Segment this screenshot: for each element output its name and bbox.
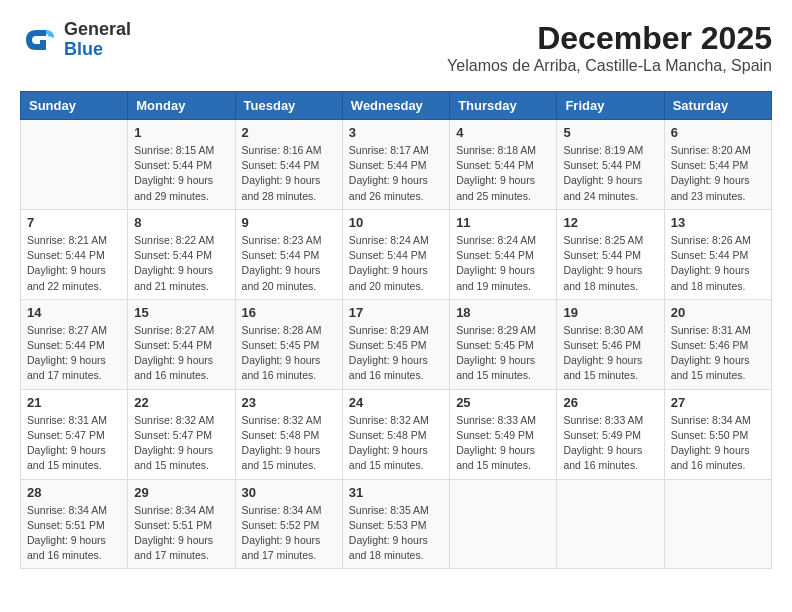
day-info: Sunrise: 8:19 AMSunset: 5:44 PMDaylight:…	[563, 143, 657, 204]
svg-rect-0	[20, 22, 56, 58]
weekday-header-monday: Monday	[128, 92, 235, 120]
calendar-cell: 10Sunrise: 8:24 AMSunset: 5:44 PMDayligh…	[342, 209, 449, 299]
day-number: 11	[456, 215, 550, 230]
calendar-cell	[21, 120, 128, 210]
day-info: Sunrise: 8:29 AMSunset: 5:45 PMDaylight:…	[349, 323, 443, 384]
week-row-2: 7Sunrise: 8:21 AMSunset: 5:44 PMDaylight…	[21, 209, 772, 299]
day-info: Sunrise: 8:32 AMSunset: 5:48 PMDaylight:…	[242, 413, 336, 474]
calendar-cell: 24Sunrise: 8:32 AMSunset: 5:48 PMDayligh…	[342, 389, 449, 479]
week-row-1: 1Sunrise: 8:15 AMSunset: 5:44 PMDaylight…	[21, 120, 772, 210]
day-number: 15	[134, 305, 228, 320]
calendar-cell: 7Sunrise: 8:21 AMSunset: 5:44 PMDaylight…	[21, 209, 128, 299]
logo: General Blue	[20, 20, 131, 60]
calendar-cell: 1Sunrise: 8:15 AMSunset: 5:44 PMDaylight…	[128, 120, 235, 210]
day-number: 21	[27, 395, 121, 410]
day-number: 1	[134, 125, 228, 140]
day-number: 2	[242, 125, 336, 140]
day-number: 29	[134, 485, 228, 500]
day-number: 6	[671, 125, 765, 140]
day-number: 8	[134, 215, 228, 230]
calendar-cell: 27Sunrise: 8:34 AMSunset: 5:50 PMDayligh…	[664, 389, 771, 479]
calendar-cell: 4Sunrise: 8:18 AMSunset: 5:44 PMDaylight…	[450, 120, 557, 210]
month-title: December 2025	[447, 20, 772, 57]
day-number: 20	[671, 305, 765, 320]
calendar-cell: 20Sunrise: 8:31 AMSunset: 5:46 PMDayligh…	[664, 299, 771, 389]
day-number: 28	[27, 485, 121, 500]
calendar-cell: 26Sunrise: 8:33 AMSunset: 5:49 PMDayligh…	[557, 389, 664, 479]
calendar-cell: 28Sunrise: 8:34 AMSunset: 5:51 PMDayligh…	[21, 479, 128, 569]
weekday-header-saturday: Saturday	[664, 92, 771, 120]
calendar-cell	[557, 479, 664, 569]
location-title: Yelamos de Arriba, Castille-La Mancha, S…	[447, 57, 772, 75]
week-row-3: 14Sunrise: 8:27 AMSunset: 5:44 PMDayligh…	[21, 299, 772, 389]
calendar-cell: 15Sunrise: 8:27 AMSunset: 5:44 PMDayligh…	[128, 299, 235, 389]
week-row-5: 28Sunrise: 8:34 AMSunset: 5:51 PMDayligh…	[21, 479, 772, 569]
day-number: 30	[242, 485, 336, 500]
calendar-table: SundayMondayTuesdayWednesdayThursdayFrid…	[20, 91, 772, 569]
day-info: Sunrise: 8:32 AMSunset: 5:47 PMDaylight:…	[134, 413, 228, 474]
day-info: Sunrise: 8:34 AMSunset: 5:52 PMDaylight:…	[242, 503, 336, 564]
day-info: Sunrise: 8:34 AMSunset: 5:51 PMDaylight:…	[134, 503, 228, 564]
day-info: Sunrise: 8:21 AMSunset: 5:44 PMDaylight:…	[27, 233, 121, 294]
day-number: 18	[456, 305, 550, 320]
logo-blue: Blue	[64, 40, 131, 60]
day-info: Sunrise: 8:30 AMSunset: 5:46 PMDaylight:…	[563, 323, 657, 384]
calendar-cell: 16Sunrise: 8:28 AMSunset: 5:45 PMDayligh…	[235, 299, 342, 389]
calendar-cell: 3Sunrise: 8:17 AMSunset: 5:44 PMDaylight…	[342, 120, 449, 210]
day-info: Sunrise: 8:34 AMSunset: 5:51 PMDaylight:…	[27, 503, 121, 564]
calendar-cell: 21Sunrise: 8:31 AMSunset: 5:47 PMDayligh…	[21, 389, 128, 479]
general-blue-icon	[20, 22, 56, 58]
day-info: Sunrise: 8:16 AMSunset: 5:44 PMDaylight:…	[242, 143, 336, 204]
title-section: December 2025 Yelamos de Arriba, Castill…	[447, 20, 772, 75]
day-number: 10	[349, 215, 443, 230]
day-number: 25	[456, 395, 550, 410]
day-info: Sunrise: 8:20 AMSunset: 5:44 PMDaylight:…	[671, 143, 765, 204]
weekday-header-sunday: Sunday	[21, 92, 128, 120]
calendar-cell: 2Sunrise: 8:16 AMSunset: 5:44 PMDaylight…	[235, 120, 342, 210]
day-info: Sunrise: 8:29 AMSunset: 5:45 PMDaylight:…	[456, 323, 550, 384]
calendar-cell: 29Sunrise: 8:34 AMSunset: 5:51 PMDayligh…	[128, 479, 235, 569]
calendar-cell: 22Sunrise: 8:32 AMSunset: 5:47 PMDayligh…	[128, 389, 235, 479]
logo-text: General Blue	[64, 20, 131, 60]
day-info: Sunrise: 8:22 AMSunset: 5:44 PMDaylight:…	[134, 233, 228, 294]
calendar-cell: 5Sunrise: 8:19 AMSunset: 5:44 PMDaylight…	[557, 120, 664, 210]
calendar-cell: 25Sunrise: 8:33 AMSunset: 5:49 PMDayligh…	[450, 389, 557, 479]
calendar-cell: 13Sunrise: 8:26 AMSunset: 5:44 PMDayligh…	[664, 209, 771, 299]
calendar-cell: 8Sunrise: 8:22 AMSunset: 5:44 PMDaylight…	[128, 209, 235, 299]
day-info: Sunrise: 8:17 AMSunset: 5:44 PMDaylight:…	[349, 143, 443, 204]
day-number: 19	[563, 305, 657, 320]
calendar-cell: 18Sunrise: 8:29 AMSunset: 5:45 PMDayligh…	[450, 299, 557, 389]
day-number: 14	[27, 305, 121, 320]
day-number: 23	[242, 395, 336, 410]
calendar-cell	[450, 479, 557, 569]
day-info: Sunrise: 8:27 AMSunset: 5:44 PMDaylight:…	[27, 323, 121, 384]
day-info: Sunrise: 8:33 AMSunset: 5:49 PMDaylight:…	[456, 413, 550, 474]
calendar-cell: 17Sunrise: 8:29 AMSunset: 5:45 PMDayligh…	[342, 299, 449, 389]
day-info: Sunrise: 8:24 AMSunset: 5:44 PMDaylight:…	[349, 233, 443, 294]
day-info: Sunrise: 8:31 AMSunset: 5:46 PMDaylight:…	[671, 323, 765, 384]
day-info: Sunrise: 8:31 AMSunset: 5:47 PMDaylight:…	[27, 413, 121, 474]
day-info: Sunrise: 8:28 AMSunset: 5:45 PMDaylight:…	[242, 323, 336, 384]
weekday-header-wednesday: Wednesday	[342, 92, 449, 120]
day-number: 24	[349, 395, 443, 410]
day-info: Sunrise: 8:24 AMSunset: 5:44 PMDaylight:…	[456, 233, 550, 294]
day-number: 7	[27, 215, 121, 230]
calendar-cell: 9Sunrise: 8:23 AMSunset: 5:44 PMDaylight…	[235, 209, 342, 299]
day-info: Sunrise: 8:15 AMSunset: 5:44 PMDaylight:…	[134, 143, 228, 204]
day-info: Sunrise: 8:33 AMSunset: 5:49 PMDaylight:…	[563, 413, 657, 474]
day-number: 13	[671, 215, 765, 230]
day-info: Sunrise: 8:18 AMSunset: 5:44 PMDaylight:…	[456, 143, 550, 204]
day-number: 3	[349, 125, 443, 140]
day-info: Sunrise: 8:34 AMSunset: 5:50 PMDaylight:…	[671, 413, 765, 474]
day-number: 17	[349, 305, 443, 320]
weekday-header-row: SundayMondayTuesdayWednesdayThursdayFrid…	[21, 92, 772, 120]
day-number: 9	[242, 215, 336, 230]
day-number: 27	[671, 395, 765, 410]
calendar-cell: 14Sunrise: 8:27 AMSunset: 5:44 PMDayligh…	[21, 299, 128, 389]
day-info: Sunrise: 8:25 AMSunset: 5:44 PMDaylight:…	[563, 233, 657, 294]
day-number: 16	[242, 305, 336, 320]
calendar-cell: 6Sunrise: 8:20 AMSunset: 5:44 PMDaylight…	[664, 120, 771, 210]
calendar-cell	[664, 479, 771, 569]
calendar-cell: 30Sunrise: 8:34 AMSunset: 5:52 PMDayligh…	[235, 479, 342, 569]
day-number: 5	[563, 125, 657, 140]
